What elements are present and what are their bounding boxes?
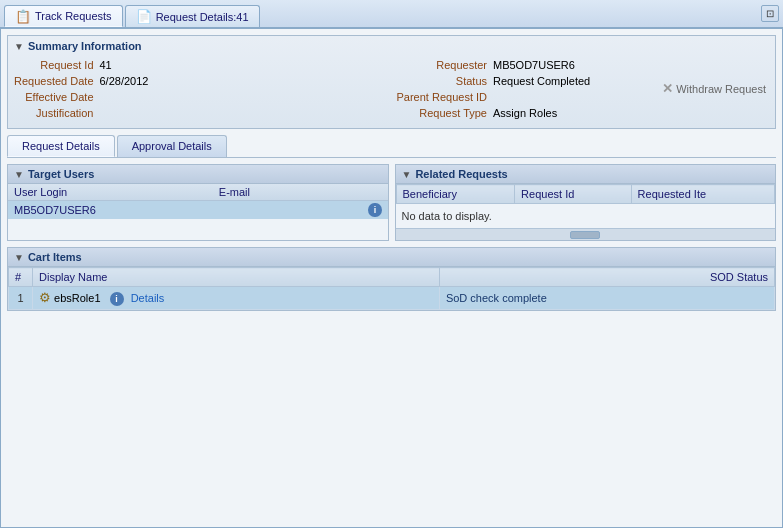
effective-date-label: Effective Date — [14, 90, 94, 104]
effective-date-value — [100, 90, 387, 92]
related-requests-header-row: Beneficiary Request Id Requested Ite — [396, 185, 775, 204]
related-requests-header: ▼ Related Requests — [396, 165, 776, 184]
cart-collapse-icon[interactable]: ▼ — [14, 252, 24, 263]
sub-tab-request-details[interactable]: Request Details — [7, 135, 115, 157]
summary-left: Request Id 41 Requested Date 6/28/2012 E… — [14, 58, 387, 120]
cart-items-table: # Display Name SOD Status 1 ⚙ ebsRole1 i… — [8, 267, 775, 310]
justification-value — [100, 106, 387, 108]
request-id-header: Request Id — [515, 185, 631, 204]
cart-display-name-header: Display Name — [33, 268, 440, 287]
request-type-label: Request Type — [397, 106, 488, 120]
summary-wrapper: ▼ Summary Information Request Id 41 Requ… — [1, 35, 782, 129]
scroll-thumb[interactable] — [570, 231, 600, 239]
tab-request-details[interactable]: 📄 Request Details:41 — [125, 5, 260, 27]
summary-header: ▼ Summary Information — [14, 40, 769, 52]
panels-row: ▼ Target Users User Login E-mail MB5OD7U… — [7, 164, 776, 241]
withdraw-label: Withdraw Request — [676, 83, 766, 95]
cart-num-header: # — [9, 268, 33, 287]
justification-label: Justification — [14, 106, 94, 120]
cart-item-sod-status: SoD check complete — [439, 287, 774, 310]
related-requests-table: Beneficiary Request Id Requested Ite — [396, 184, 776, 204]
target-collapse-icon[interactable]: ▼ — [14, 169, 24, 180]
collapse-icon[interactable]: ▼ — [14, 41, 24, 52]
request-id-label: Request Id — [14, 58, 94, 72]
sub-tab-approval-details-label: Approval Details — [132, 140, 212, 152]
request-id-value: 41 — [100, 58, 387, 72]
related-collapse-icon[interactable]: ▼ — [402, 169, 412, 180]
email-header: E-mail — [219, 186, 382, 198]
parent-request-id-label: Parent Request ID — [397, 90, 488, 104]
tab-list: 📋 Track Requests 📄 Request Details:41 — [4, 0, 260, 27]
beneficiary-header: Beneficiary — [396, 185, 515, 204]
sub-tabs: Request Details Approval Details — [7, 135, 776, 158]
sub-tab-approval-details[interactable]: Approval Details — [117, 135, 227, 157]
tab-track-requests-label: Track Requests — [35, 10, 112, 22]
cart-items-header: ▼ Cart Items — [8, 248, 775, 267]
cart-item-num: 1 — [9, 287, 33, 310]
withdraw-x-icon: ✕ — [662, 81, 673, 96]
request-details-icon: 📄 — [136, 9, 152, 24]
target-users-title: Target Users — [28, 168, 94, 180]
tab-request-details-label: Request Details:41 — [156, 11, 249, 23]
restore-button[interactable]: ⊡ — [761, 5, 779, 22]
sod-complete-text: SoD check complete — [446, 292, 547, 304]
status-label: Status — [397, 74, 488, 88]
requested-date-value: 6/28/2012 — [100, 74, 387, 88]
requester-value: MB5OD7USER6 — [493, 58, 769, 72]
related-requests-panel: ▼ Related Requests Beneficiary Request I… — [395, 164, 777, 241]
summary-title: Summary Information — [28, 40, 142, 52]
cart-items-title: Cart Items — [28, 251, 82, 263]
related-requests-title: Related Requests — [415, 168, 507, 180]
tab-bar-right: ⊡ — [761, 5, 779, 22]
no-data-message: No data to display. — [396, 204, 776, 228]
target-users-panel: ▼ Target Users User Login E-mail MB5OD7U… — [7, 164, 389, 241]
scroll-bar[interactable] — [396, 228, 776, 240]
details-link[interactable]: Details — [131, 292, 165, 304]
target-users-column-headers: User Login E-mail — [8, 184, 388, 201]
cart-sod-status-header: SOD Status — [439, 268, 774, 287]
tab-track-requests[interactable]: 📋 Track Requests — [4, 5, 123, 27]
cart-items-header-row: # Display Name SOD Status — [9, 268, 775, 287]
role-icon: ⚙ — [39, 290, 51, 305]
target-user-login: MB5OD7USER6 — [14, 204, 202, 216]
tab-bar: 📋 Track Requests 📄 Request Details:41 ⊡ — [0, 0, 783, 28]
user-login-header: User Login — [14, 186, 213, 198]
sub-tab-request-details-label: Request Details — [22, 140, 100, 152]
requested-item-header: Requested Ite — [631, 185, 774, 204]
summary-grid: Request Id 41 Requested Date 6/28/2012 E… — [14, 58, 769, 120]
request-type-value: Assign Roles — [493, 106, 769, 120]
requested-date-label: Requested Date — [14, 74, 94, 88]
target-user-row: MB5OD7USER6 i — [8, 201, 388, 219]
info-icon[interactable]: i — [368, 203, 381, 217]
cart-item-row: 1 ⚙ ebsRole1 i Details SoD check complet… — [9, 287, 775, 310]
cart-item-name-text: ebsRole1 — [54, 292, 100, 304]
cart-info-icon[interactable]: i — [110, 292, 124, 306]
track-requests-icon: 📋 — [15, 9, 31, 24]
summary-section: ▼ Summary Information Request Id 41 Requ… — [7, 35, 776, 129]
requester-label: Requester — [397, 58, 488, 72]
main-content: ▼ Summary Information Request Id 41 Requ… — [0, 28, 783, 528]
cart-item-name: ⚙ ebsRole1 i Details — [33, 287, 440, 310]
cart-items-section: ▼ Cart Items # Display Name SOD Status 1… — [7, 247, 776, 311]
target-users-header: ▼ Target Users — [8, 165, 388, 184]
withdraw-button[interactable]: ✕ Withdraw Request — [662, 81, 766, 96]
